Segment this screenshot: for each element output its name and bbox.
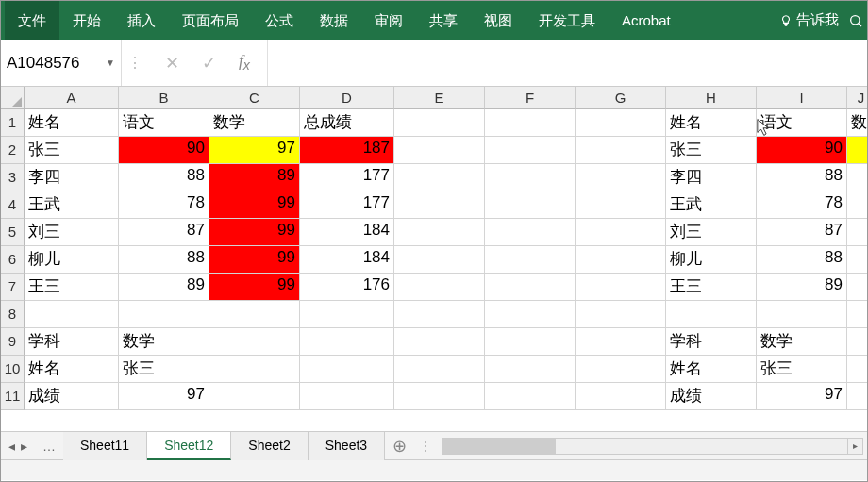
column-header[interactable]: G: [576, 87, 666, 109]
cell[interactable]: 90: [757, 137, 847, 164]
horizontal-scrollbar[interactable]: ◂ ▸: [442, 438, 863, 455]
scrollbar-thumb[interactable]: [442, 439, 556, 454]
sheet-tab[interactable]: Sheet11: [63, 432, 147, 460]
cell[interactable]: [394, 164, 485, 191]
cell[interactable]: 语文: [119, 109, 209, 137]
column-header[interactable]: J: [847, 87, 867, 109]
ribbon-tab[interactable]: 开始: [59, 1, 114, 40]
cell[interactable]: [300, 328, 394, 356]
row-header[interactable]: 4: [1, 191, 25, 219]
cell[interactable]: [576, 219, 666, 246]
cell[interactable]: 177: [300, 164, 394, 191]
cell[interactable]: 张三: [757, 356, 847, 383]
column-header[interactable]: E: [394, 87, 485, 109]
cell[interactable]: 张三: [119, 356, 209, 383]
cell[interactable]: [576, 356, 666, 383]
ribbon-tab[interactable]: 视图: [471, 1, 526, 40]
cell[interactable]: 王三: [25, 274, 119, 301]
row-header[interactable]: 8: [1, 301, 25, 328]
ribbon-tab[interactable]: 开发工具: [526, 1, 609, 40]
cell[interactable]: [25, 301, 119, 328]
cell[interactable]: 88: [119, 164, 209, 191]
sheet-overflow-icon[interactable]: …: [35, 439, 63, 454]
ribbon-tab[interactable]: 页面布局: [169, 1, 252, 40]
cell[interactable]: 姓名: [666, 109, 757, 137]
row-header[interactable]: 6: [1, 246, 25, 274]
cell[interactable]: 李四: [666, 164, 757, 191]
cell[interactable]: [847, 356, 867, 383]
row-header[interactable]: 3: [1, 164, 25, 191]
formula-input[interactable]: [267, 40, 867, 86]
cell[interactable]: [394, 246, 485, 274]
cell[interactable]: [847, 164, 867, 191]
cell[interactable]: 柳儿: [25, 246, 119, 274]
cell[interactable]: [485, 274, 576, 301]
cell[interactable]: [847, 137, 867, 164]
cell[interactable]: 88: [757, 164, 847, 191]
cell[interactable]: 王三: [666, 274, 757, 301]
cell[interactable]: 90: [119, 137, 209, 164]
cell[interactable]: 89: [757, 274, 847, 301]
row-header[interactable]: 5: [1, 219, 25, 246]
nav-next-icon[interactable]: ▸: [21, 439, 27, 454]
cell[interactable]: [394, 191, 485, 219]
cell[interactable]: [485, 301, 576, 328]
cell[interactable]: [209, 328, 300, 356]
cell[interactable]: 88: [119, 246, 209, 274]
cell[interactable]: 176: [300, 274, 394, 301]
row-header[interactable]: 11: [1, 383, 25, 410]
cell[interactable]: 李四: [25, 164, 119, 191]
cell[interactable]: 学科: [25, 328, 119, 356]
column-header[interactable]: F: [485, 87, 576, 109]
cell[interactable]: [209, 301, 300, 328]
select-all-corner[interactable]: [1, 87, 25, 109]
cell[interactable]: [847, 383, 867, 410]
cell[interactable]: [300, 356, 394, 383]
cell[interactable]: 177: [300, 191, 394, 219]
cell[interactable]: [209, 383, 300, 410]
cell[interactable]: 数学: [209, 109, 300, 137]
sheet-nav[interactable]: ◂▸: [1, 439, 35, 454]
ribbon-tab[interactable]: 插入: [114, 1, 169, 40]
cell[interactable]: 97: [757, 383, 847, 410]
column-header[interactable]: D: [300, 87, 394, 109]
cell[interactable]: 78: [757, 191, 847, 219]
cell[interactable]: [394, 274, 485, 301]
cell[interactable]: [300, 383, 394, 410]
cell[interactable]: 成绩: [666, 383, 757, 410]
cell[interactable]: [300, 301, 394, 328]
cell[interactable]: 数: [847, 109, 867, 137]
row-header[interactable]: 9: [1, 328, 25, 356]
cell[interactable]: [847, 301, 867, 328]
cell[interactable]: 99: [209, 191, 300, 219]
nav-prev-icon[interactable]: ◂: [8, 439, 15, 454]
cell[interactable]: [394, 356, 485, 383]
cell[interactable]: 88: [757, 246, 847, 274]
cell[interactable]: 78: [119, 191, 209, 219]
cell[interactable]: [394, 109, 485, 137]
cell[interactable]: [119, 301, 209, 328]
cell[interactable]: 姓名: [25, 356, 119, 383]
tell-me[interactable]: 告诉我: [770, 11, 848, 29]
cell[interactable]: [847, 191, 867, 219]
cell[interactable]: [394, 301, 485, 328]
cell[interactable]: 张三: [666, 137, 757, 164]
cell[interactable]: [576, 301, 666, 328]
cell[interactable]: 语文: [757, 109, 847, 137]
cell[interactable]: 姓名: [25, 109, 119, 137]
search-icon[interactable]: [848, 13, 863, 28]
cell[interactable]: 184: [300, 219, 394, 246]
cell[interactable]: [394, 137, 485, 164]
cell[interactable]: [576, 164, 666, 191]
cell[interactable]: [666, 301, 757, 328]
cell[interactable]: [394, 219, 485, 246]
cell[interactable]: 成绩: [25, 383, 119, 410]
row-header[interactable]: 1: [1, 109, 25, 137]
cell[interactable]: 89: [119, 274, 209, 301]
cell[interactable]: 187: [300, 137, 394, 164]
cell[interactable]: [485, 383, 576, 410]
cells-area[interactable]: 姓名语文数学总成绩姓名语文数张三9097187张三90李四8889177李四88…: [25, 109, 867, 410]
scroll-right-icon[interactable]: ▸: [847, 439, 862, 454]
cell[interactable]: 刘三: [25, 219, 119, 246]
cell[interactable]: 99: [209, 219, 300, 246]
